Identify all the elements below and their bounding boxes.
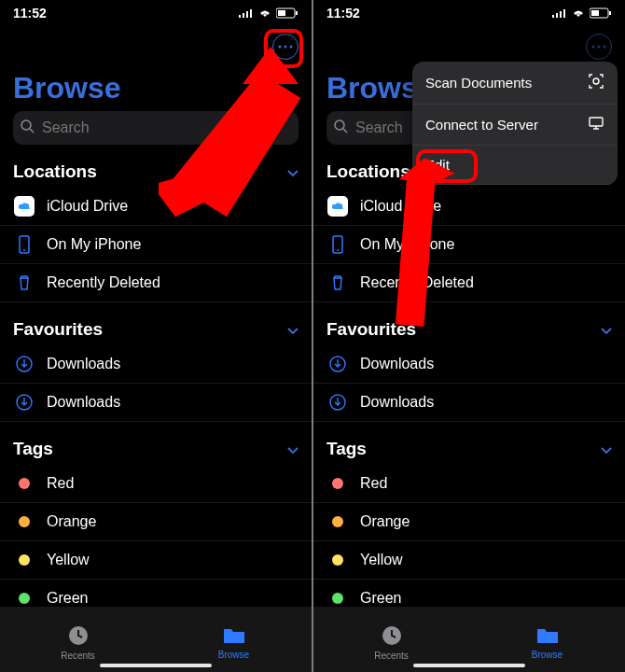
download-icon [13,391,35,413]
fav-downloads-1[interactable]: Downloads [313,345,625,384]
folder-icon [222,625,246,648]
download-icon [13,353,35,375]
row-label: Green [47,590,88,607]
svg-point-9 [290,46,293,49]
menu-connect-server[interactable]: Connect to Server [412,105,618,146]
phone-icon [13,233,35,256]
chevron-down-icon [287,439,299,459]
tags-header[interactable]: Tags [0,433,312,465]
home-indicator[interactable] [413,664,525,667]
content-scroll[interactable]: Locations iCloud Drive On My iPhone Rece… [0,156,312,672]
scan-icon [588,73,604,92]
tag-orange[interactable]: Orange [0,503,312,541]
more-menu-popover: Scan Documents Connect to Server Edit [412,62,618,185]
page-title: Browse [0,67,312,111]
svg-rect-33 [590,118,603,126]
clock-icon [67,624,90,649]
more-button[interactable] [586,34,612,60]
trash-icon [13,272,35,294]
trash-icon [326,272,349,294]
screenshot-left: 11:52 Browse Locations iCloud Drive On M… [0,0,312,672]
fav-downloads-1[interactable]: Downloads [0,345,312,384]
svg-rect-3 [250,9,252,18]
tag-yellow[interactable]: Yellow [0,541,312,580]
favourites-header[interactable]: Favourites [0,314,312,345]
location-on-my-iphone[interactable]: On My iPhone [0,226,312,264]
tag-yellow[interactable]: Yellow [313,541,625,580]
row-label: iCloud Drive [360,198,441,215]
tag-red[interactable]: Red [0,465,312,503]
locations-header[interactable]: Locations [0,156,312,188]
svg-point-7 [279,46,282,49]
svg-point-10 [21,120,31,130]
svg-point-29 [604,46,606,49]
tab-recents[interactable]: Recents [0,607,156,672]
row-label: Recently Deleted [47,274,160,291]
svg-rect-25 [591,10,599,16]
tag-orange[interactable]: Orange [313,503,625,541]
status-bar: 11:52 [0,0,312,26]
svg-rect-5 [278,10,285,16]
home-indicator[interactable] [100,664,212,667]
row-label: Green [360,590,401,607]
status-icons [239,7,299,19]
cellular-icon [552,8,567,18]
fav-downloads-2[interactable]: Downloads [313,384,625,422]
svg-point-30 [335,120,344,130]
svg-rect-20 [552,15,554,18]
svg-rect-21 [556,13,558,18]
tag-red[interactable]: Red [313,465,625,503]
location-recently-deleted[interactable]: Recently Deleted [0,264,312,302]
cellular-icon [239,8,254,18]
row-label: Downloads [47,356,120,372]
chevron-down-icon [601,319,612,340]
svg-rect-0 [239,15,241,18]
tag-dot-icon [326,472,349,495]
screenshot-right: 11:52 Browse Scan Documents Connect to S… [313,0,625,672]
svg-rect-23 [563,9,565,18]
server-icon [588,116,604,133]
tags-header[interactable]: Tags [313,433,625,465]
svg-rect-6 [296,11,298,15]
search-input[interactable] [40,119,291,137]
battery-icon [276,7,299,19]
tab-browse[interactable]: Browse [156,607,312,672]
favourites-header[interactable]: Favourites [313,314,625,345]
tab-recents[interactable]: Recents [313,607,469,672]
wifi-icon [571,7,586,19]
row-label: Recently Deleted [360,274,474,291]
tag-dot-icon [13,472,35,495]
svg-point-28 [598,46,601,49]
svg-line-11 [30,129,34,133]
more-button[interactable] [272,34,299,60]
svg-rect-22 [560,11,562,18]
phone-icon [326,233,349,256]
location-icloud[interactable]: iCloud Drive [0,188,312,226]
svg-point-37 [337,249,339,251]
location-icloud[interactable]: iCloud Drive [313,188,625,226]
wifi-icon [257,7,272,19]
tab-browse[interactable]: Browse [469,607,625,672]
chevron-down-icon [287,319,299,340]
cloud-icon [13,195,35,217]
annotation-highlight [264,29,303,68]
row-label: On My iPhone [47,236,141,253]
svg-rect-26 [609,11,611,15]
menu-edit[interactable]: Edit [412,146,618,185]
menu-scan-documents[interactable]: Scan Documents [412,62,618,105]
row-label: Yellow [47,552,90,568]
svg-point-8 [285,46,287,49]
row-label: On My iPhone [360,236,454,253]
location-on-my-iphone[interactable]: On My iPhone [313,226,625,264]
svg-point-32 [593,78,599,84]
tag-dot-icon [326,511,349,533]
search-icon [21,119,35,137]
tab-bar: Recents Browse [0,607,312,672]
location-recently-deleted[interactable]: Recently Deleted [313,264,625,302]
search-field[interactable] [13,111,299,145]
nav-bar [0,26,312,67]
fav-downloads-2[interactable]: Downloads [0,384,312,422]
content-scroll[interactable]: Locations iCloud Drive On My iPhone Rece… [313,156,625,672]
svg-point-27 [592,46,595,49]
status-time: 11:52 [13,6,47,21]
